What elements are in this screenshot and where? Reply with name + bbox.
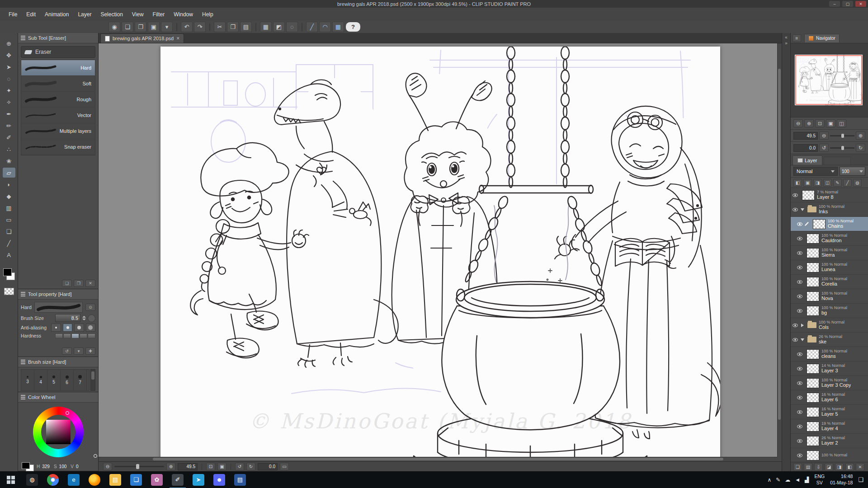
canvas-horizontal-scrollbar[interactable] [99,457,778,461]
subtool-item[interactable]: Snap eraser [21,139,95,155]
brush-size-scrollbar[interactable] [90,369,95,391]
layer-thumbnail[interactable] [807,234,819,244]
layer-row[interactable]: 19 % Normal Layer 4 [791,419,868,434]
layer-visibility-toggle[interactable] [795,448,804,462]
frame-border-tool-icon[interactable]: ❏ [3,226,15,236]
layer-row[interactable]: 100 % Normal Corelia [791,275,868,289]
subtool-item[interactable]: Rough [21,92,95,108]
layer-visibility-toggle[interactable] [795,289,804,303]
zoom-in-button[interactable]: ⊕ [166,463,175,470]
chrome-icon[interactable] [47,474,59,486]
navigator-rotate-slider[interactable] [830,147,854,149]
panel-options-icon[interactable]: ≡ [793,34,801,42]
anti-aliasing-none-button[interactable] [51,324,61,332]
transfer-down-button[interactable]: ⇩ [814,463,823,471]
navigator-rotate-left-button[interactable]: ↺ [819,144,829,152]
open-file-icon[interactable]: ❐ [135,22,146,32]
new-raster-layer-button[interactable]: ❏ [793,463,802,471]
menu-item[interactable]: Layer [74,9,95,19]
subtool-item[interactable]: Hard [21,60,95,76]
sv-selector[interactable] [94,454,97,458]
layer-visibility-toggle[interactable] [791,202,800,216]
layer-visibility-toggle[interactable] [795,419,804,433]
folder-expand-icon[interactable] [800,338,805,342]
layer-thumbnail[interactable] [807,407,819,417]
fill-tool-icon[interactable]: ◆ [3,191,15,201]
maximize-button[interactable]: ▢ [842,1,853,7]
layer-row[interactable]: 26 % Normal ske [791,333,868,347]
blend-mode-select[interactable]: Normal [793,167,838,176]
start-button[interactable] [3,471,19,488]
deselect-icon[interactable]: ▦ [260,22,272,32]
layer-row[interactable]: 16 % Normal Layer 6 [791,390,868,405]
redo-icon[interactable]: ↷ [194,22,206,32]
layer-thumbnail[interactable] [807,378,819,388]
layer-row[interactable]: 16 % Normal Layer 5 [791,405,868,419]
document-tab[interactable]: brewing gals APR 2018.psd × [100,33,184,43]
gradient-tool-icon[interactable]: ▥ [3,203,15,213]
layer-visibility-toggle[interactable] [795,217,804,231]
tool-property-header[interactable]: Tool property [Hard] [18,289,98,300]
lock-transparent-pixels-icon[interactable]: ◨ [813,179,822,187]
subtool-item[interactable]: Multiple layers [21,123,95,139]
undo-icon[interactable]: ↶ [181,22,193,32]
anti-aliasing-weak-button[interactable] [63,324,72,332]
menu-item[interactable]: Window [170,9,197,19]
save-file-icon[interactable]: ▣ [148,22,160,32]
layer-row[interactable]: 100 % Normal Cols [791,318,868,333]
canvas-viewport[interactable]: © MsDinoGoat (Myjala G. 2018 [99,43,782,461]
folder-expand-icon[interactable] [800,208,805,211]
menu-item[interactable]: File [5,9,21,19]
add-subtool-button[interactable]: ❏ [62,280,72,287]
layer-row[interactable]: 100 % Normal bg [791,304,868,318]
layer-visibility-toggle[interactable] [791,318,800,332]
canvas-artwork[interactable]: © MsDinoGoat (Myjala G. 2018 [160,47,720,461]
layer-visibility-toggle[interactable] [795,434,804,448]
zoom-out-button[interactable]: ⊖ [793,119,803,127]
pencil-tool-icon[interactable]: ✏ [3,121,15,131]
save-menu-icon[interactable]: ▾ [161,22,173,32]
title-bar[interactable]: brewing gals APR 2018.psd (2500 x 1900px… [0,0,868,8]
copy-icon[interactable]: ❐ [227,22,239,32]
layer-row[interactable]: 100 % Normal Layer 3 Copy [791,376,868,390]
layer-thumbnail[interactable] [807,349,819,359]
navigator-zoom-out-button[interactable]: ⊖ [819,131,829,140]
delete-subtool-button[interactable]: ✕ [85,280,95,287]
subtool-panel-header[interactable]: Sub Tool [Eraser] [18,33,98,43]
duplicate-subtool-button[interactable]: ❐ [74,280,84,287]
anti-aliasing-strong-button[interactable] [86,324,95,332]
discord-icon[interactable]: ☻ [213,474,225,486]
actual-size-button[interactable]: ▣ [217,463,226,470]
layer-row[interactable]: 7 % Normal Layer 8 [791,188,868,202]
navigator-rotate-right-button[interactable]: ↻ [856,144,865,152]
set-as-draft-icon[interactable]: ✎ [833,179,842,187]
inactive-tab[interactable] [824,157,851,165]
layer-opacity-slider[interactable]: 100 [840,167,865,176]
set-layer-color-icon[interactable]: ◍ [853,179,862,187]
brush-size-preset[interactable]: 6 [61,370,74,390]
saturation-value-square[interactable] [46,420,71,444]
layer-visibility-toggle[interactable] [795,347,804,361]
clip-studio-paint-icon[interactable]: ✐ [172,474,184,486]
panel-menu-icon[interactable] [21,294,25,295]
navigator-zoom-slider[interactable] [830,135,854,136]
tab-layer[interactable]: Layer [793,155,822,165]
paste-icon[interactable]: ▤ [240,22,252,32]
paw-app-icon[interactable]: ✿ [151,474,163,486]
lock-ruler-icon[interactable]: ╱ [843,179,852,187]
panel-menu-icon[interactable] [21,397,25,398]
telegram-icon[interactable]: ➤ [193,474,204,486]
brush-size-preset[interactable]: 4 [34,370,47,390]
canvas-page[interactable]: © MsDinoGoat (Myjala G. 2018 [160,47,720,461]
navigator-preview[interactable] [791,43,868,117]
selection-tool-icon[interactable]: ◌ [3,74,15,84]
layer-visibility-toggle[interactable] [795,304,804,318]
tray-expand-icon[interactable]: ∧ [767,477,771,483]
close-tab-icon[interactable]: × [176,35,179,42]
layer-visibility-toggle[interactable] [795,275,804,289]
brush-size-input[interactable]: 8.5 [55,314,80,322]
current-tool-selector[interactable]: Eraser [21,46,95,58]
zoom-slider[interactable] [114,466,164,467]
layer-row[interactable]: 100 % Normal Inks [791,202,868,217]
new-canvas-icon[interactable]: ❏ [122,22,133,32]
